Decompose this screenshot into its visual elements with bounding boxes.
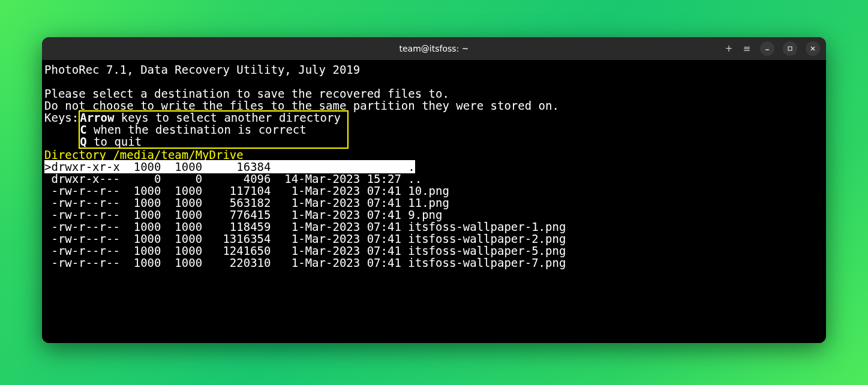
app-header: PhotoRec 7.1, Data Recovery Utility, Jul… <box>44 64 824 76</box>
q-key: Q <box>80 135 86 148</box>
arrow-key: Arrow <box>80 111 114 124</box>
file-row[interactable]: >drwxr-xr-x 1000 1000 16384 . <box>44 161 824 173</box>
close-button[interactable] <box>806 41 820 56</box>
file-row[interactable]: -rw-r--r-- 1000 1000 1316354 1-Mar-2023 … <box>44 233 824 245</box>
file-list[interactable]: >drwxr-xr-x 1000 1000 16384 . drwxr-x---… <box>44 161 824 269</box>
svg-rect-1 <box>788 47 792 50</box>
keys-label: Keys: <box>44 112 79 149</box>
file-row[interactable]: -rw-r--r-- 1000 1000 1241650 1-Mar-2023 … <box>44 245 824 257</box>
c-desc: when the destination is correct <box>87 123 307 136</box>
file-row[interactable]: -rw-r--r-- 1000 1000 776415 1-Mar-2023 0… <box>44 209 824 221</box>
file-row[interactable]: -rw-r--r-- 1000 1000 118459 1-Mar-2023 0… <box>44 221 824 233</box>
minimize-button[interactable] <box>760 41 774 56</box>
prompt-line-2: Do not choose to write the files to the … <box>44 100 824 112</box>
file-row[interactable]: -rw-r--r-- 1000 1000 563182 1-Mar-2023 0… <box>44 197 824 209</box>
directory-line: Directory /media/team/MyDrive <box>44 149 824 161</box>
file-row[interactable]: -rw-r--r-- 1000 1000 117104 1-Mar-2023 0… <box>44 185 824 197</box>
prompt-line-1: Please select a destination to save the … <box>44 88 824 100</box>
q-desc: to quit <box>87 135 142 148</box>
terminal-window: team@itsfoss: ~ + ≡ PhotoRec 7.1, Data R… <box>42 37 826 343</box>
new-tab-icon[interactable]: + <box>724 43 734 54</box>
terminal-body[interactable]: PhotoRec 7.1, Data Recovery Utility, Jul… <box>42 60 826 343</box>
keys-highlight-box: Arrow keys to select another directory C… <box>79 110 349 149</box>
directory-path: /media/team/MyDrive <box>113 148 243 161</box>
window-title: team@itsfoss: ~ <box>42 44 826 53</box>
titlebar: team@itsfoss: ~ + ≡ <box>42 37 826 60</box>
file-row[interactable]: -rw-r--r-- 1000 1000 220310 1-Mar-2023 0… <box>44 257 824 269</box>
hamburger-menu-icon[interactable]: ≡ <box>742 43 752 54</box>
maximize-button[interactable] <box>783 41 797 56</box>
file-row[interactable]: drwxr-x--- 0 0 4096 14-Mar-2023 15:27 .. <box>44 173 824 185</box>
c-key: C <box>80 123 86 136</box>
arrow-desc: keys to select another directory <box>114 111 341 124</box>
